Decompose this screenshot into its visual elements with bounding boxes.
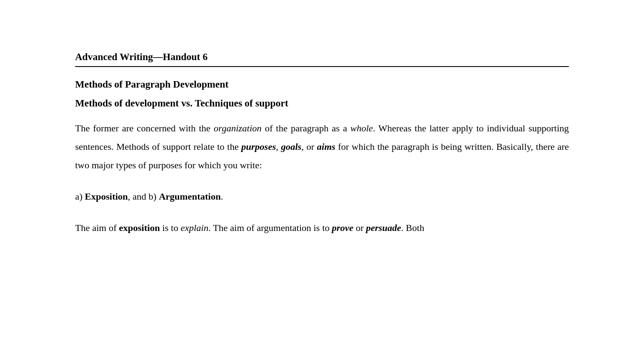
section2-heading: Methods of development vs. Techniques of… — [75, 98, 569, 109]
exposition-bold: Exposition — [85, 191, 128, 202]
exposition-inline-bold: exposition — [119, 222, 160, 233]
paragraph2: The aim of exposition is to explain. The… — [75, 219, 569, 237]
purposes-bold-italic: purposes — [241, 141, 276, 152]
paragraph1: The former are concerned with the organi… — [75, 119, 569, 175]
argumentation-bold: Argumentation — [159, 191, 221, 202]
persuade-bold-italic: persuade — [366, 222, 401, 233]
goals-bold-italic: goals — [281, 141, 301, 152]
section2-heading-text: Methods of development vs. Techniques of… — [75, 98, 288, 109]
aims-bold-italic: aims — [317, 141, 335, 152]
explain-italic: explain — [181, 222, 209, 233]
section1-heading-text: Methods of Paragraph Development — [75, 79, 228, 90]
exposition-line: a) Exposition, and b) Argumentation. — [75, 188, 569, 206]
whole-italic: whole — [350, 123, 373, 134]
organization-italic: organization — [214, 123, 262, 134]
title-text: Advanced Writing—Handout 6 — [75, 52, 207, 62]
handout-title: Advanced Writing—Handout 6 — [75, 52, 569, 67]
page-container: Advanced Writing—Handout 6 Methods of Pa… — [0, 0, 644, 337]
section1-heading: Methods of Paragraph Development — [75, 79, 569, 90]
prove-bold-italic: prove — [332, 222, 353, 233]
